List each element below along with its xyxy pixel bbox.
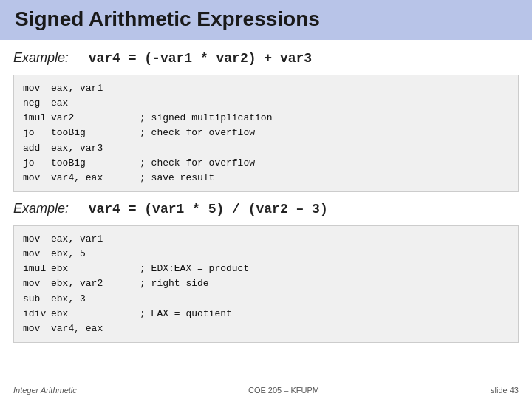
instr-cell: mov xyxy=(23,276,51,291)
example1-label: Example: var4 = (-var1 * var2) + var3 xyxy=(13,50,519,66)
footer-left: Integer Arithmetic xyxy=(13,386,77,395)
args-cell: var4, eax xyxy=(51,171,140,185)
instr-cell: jo xyxy=(23,156,51,171)
table-row: imul var2 ; signed multiplication xyxy=(23,111,275,126)
table-row: mov ebx, 5 xyxy=(23,247,252,262)
comment-cell: ; check for overflow xyxy=(140,126,275,140)
footer-center: COE 205 – KFUPM xyxy=(248,386,319,395)
comment-cell xyxy=(140,321,252,336)
comment-cell xyxy=(140,141,275,156)
example2-word: Example: xyxy=(13,201,69,216)
table-row: imul ebx ; EDX:EAX = product xyxy=(23,262,252,276)
table-row: idiv ebx ; EAX = quotient xyxy=(23,307,252,321)
args-cell: ebx xyxy=(51,307,140,321)
page-title: Signed Arithmetic Expressions xyxy=(15,7,517,31)
comment-cell: ; signed multiplication xyxy=(140,111,275,126)
footer-right: slide 43 xyxy=(491,386,519,395)
example1-expression: var4 = (-var1 * var2) + var3 xyxy=(72,51,312,66)
instr-cell: mov xyxy=(23,247,51,262)
comment-cell xyxy=(140,96,275,111)
example1-code-table: mov eax, var1 neg eax imul var2 ; signed… xyxy=(23,81,275,185)
instr-cell: mov xyxy=(23,81,51,96)
table-row: add eax, var3 xyxy=(23,141,275,156)
main-content: Example: var4 = (-var1 * var2) + var3 mo… xyxy=(0,40,532,381)
table-row: mov eax, var1 xyxy=(23,81,275,96)
instr-cell: sub xyxy=(23,292,51,307)
comment-cell xyxy=(140,232,252,247)
args-cell: eax, var1 xyxy=(51,81,140,96)
args-cell: ebx, 5 xyxy=(51,247,140,262)
args-cell: ebx, var2 xyxy=(51,276,140,291)
instr-cell: mov xyxy=(23,232,51,247)
comment-cell: ; right side xyxy=(140,276,252,291)
example2-code-table: mov eax, var1 mov ebx, 5 imul ebx ; EDX:… xyxy=(23,232,252,336)
table-row: neg eax xyxy=(23,96,275,111)
instr-cell: mov xyxy=(23,171,51,185)
args-cell: var4, eax xyxy=(51,321,140,336)
args-cell: var2 xyxy=(51,111,140,126)
args-cell: ebx xyxy=(51,262,140,276)
table-row: sub ebx, 3 xyxy=(23,292,252,307)
comment-cell: ; EDX:EAX = product xyxy=(140,262,252,276)
instr-cell: mov xyxy=(23,321,51,336)
table-row: jo tooBig ; check for overflow xyxy=(23,156,275,171)
page: Signed Arithmetic Expressions Example: v… xyxy=(0,0,532,399)
example1-code-box: mov eax, var1 neg eax imul var2 ; signed… xyxy=(13,75,519,192)
args-cell: eax xyxy=(51,96,140,111)
instr-cell: idiv xyxy=(23,307,51,321)
args-cell: eax, var1 xyxy=(51,232,140,247)
table-row: mov eax, var1 xyxy=(23,232,252,247)
args-cell: eax, var3 xyxy=(51,141,140,156)
table-row: mov ebx, var2 ; right side xyxy=(23,276,252,291)
comment-cell xyxy=(140,292,252,307)
instr-cell: imul xyxy=(23,111,51,126)
example2-label: Example: var4 = (var1 * 5) / (var2 – 3) xyxy=(13,201,519,216)
comment-cell: ; check for overflow xyxy=(140,156,275,171)
args-cell: ebx, 3 xyxy=(51,292,140,307)
comment-cell xyxy=(140,247,252,262)
args-cell: tooBig xyxy=(51,156,140,171)
instr-cell: imul xyxy=(23,262,51,276)
table-row: mov var4, eax xyxy=(23,321,252,336)
comment-cell: ; save result xyxy=(140,171,275,185)
example2-code-box: mov eax, var1 mov ebx, 5 imul ebx ; EDX:… xyxy=(13,225,519,343)
example2-expression: var4 = (var1 * 5) / (var2 – 3) xyxy=(72,202,328,216)
comment-cell: ; EAX = quotient xyxy=(140,307,252,321)
example1-word: Example: xyxy=(13,50,69,65)
instr-cell: add xyxy=(23,141,51,156)
args-cell: tooBig xyxy=(51,126,140,140)
footer: Integer Arithmetic COE 205 – KFUPM slide… xyxy=(0,381,532,399)
instr-cell: jo xyxy=(23,126,51,140)
table-row: mov var4, eax ; save result xyxy=(23,171,275,185)
table-row: jo tooBig ; check for overflow xyxy=(23,126,275,140)
comment-cell xyxy=(140,81,275,96)
instr-cell: neg xyxy=(23,96,51,111)
title-bar: Signed Arithmetic Expressions xyxy=(0,0,532,40)
